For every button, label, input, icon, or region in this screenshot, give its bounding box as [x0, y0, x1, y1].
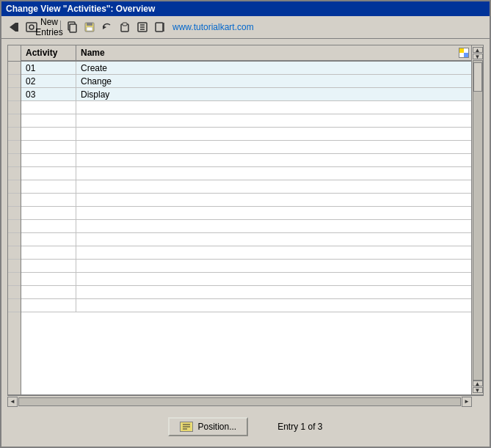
row-selector-10: [8, 180, 21, 194]
svg-rect-5: [70, 24, 76, 32]
row-selector-15: [8, 246, 21, 260]
svg-point-3: [29, 25, 34, 29]
svg-rect-16: [156, 23, 163, 32]
empty-cell: [21, 154, 76, 166]
empty-cell: [21, 167, 76, 180]
empty-cell: [76, 260, 471, 272]
row-selector-18: [8, 286, 21, 299]
table-row: [21, 128, 471, 141]
scroll-down-arrow-bottom[interactable]: ▼: [473, 387, 483, 393]
empty-cell: [21, 273, 76, 285]
row-selector-13: [8, 220, 21, 233]
position-button[interactable]: Position...: [168, 417, 248, 436]
scroll-up-arrow[interactable]: ▲: [473, 47, 483, 53]
table-row: [21, 114, 471, 128]
back-button[interactable]: [6, 19, 22, 35]
cell-name-3: Display: [76, 88, 471, 100]
main-window: Change View "Activities": Overview New E…: [0, 0, 491, 448]
svg-marker-9: [103, 26, 106, 29]
scroll-top-area: ▲ ▼: [473, 45, 483, 60]
empty-cell: [76, 246, 471, 259]
empty-cell: [21, 114, 76, 127]
toolbar: New Entries: [1, 16, 490, 39]
empty-cell: [21, 260, 76, 272]
scroll-up-arrow-bottom[interactable]: ▲: [473, 381, 483, 386]
empty-cell: [21, 180, 76, 193]
empty-cell: [21, 141, 76, 153]
scroll-bottom-area: ▲ ▼: [473, 381, 483, 394]
empty-cell: [76, 180, 471, 193]
row-selector-11: [8, 194, 21, 207]
empty-cell: [76, 286, 471, 298]
title-text: Change View "Activities": Overview: [6, 4, 155, 14]
col-name-header: Name: [76, 45, 471, 60]
table-row: [21, 260, 471, 273]
position-icon: [180, 422, 193, 432]
table-row: [21, 101, 471, 114]
h-scroll-track[interactable]: [18, 397, 461, 406]
table-row[interactable]: 01 Create: [21, 62, 471, 75]
empty-cell: [21, 207, 76, 219]
undo-button[interactable]: [99, 19, 115, 35]
col-activity-header: Activity: [21, 45, 76, 60]
table-row: [21, 233, 471, 246]
scroll-track[interactable]: [473, 60, 483, 381]
new-entries-button[interactable]: New Entries: [41, 19, 57, 35]
table-row[interactable]: 03 Display: [21, 88, 471, 101]
last-button[interactable]: [152, 19, 168, 35]
empty-cell: [21, 220, 76, 232]
row-selector-4: [8, 101, 21, 114]
h-scroll-left-arrow[interactable]: ◄: [7, 397, 18, 407]
scroll-thumb[interactable]: [473, 62, 482, 92]
cell-name-1: Create: [76, 62, 471, 74]
row-selector-7: [8, 141, 21, 154]
h-scroll-right-arrow[interactable]: ►: [462, 397, 472, 407]
row-selector-1[interactable]: [8, 62, 21, 75]
table-container: Activity Name 01 Create 02 Change: [7, 45, 484, 395]
main-content: Activity Name 01 Create 02 Change: [1, 39, 490, 447]
empty-cell: [76, 207, 471, 219]
other-button[interactable]: [134, 19, 150, 35]
svg-rect-11: [123, 23, 127, 26]
empty-cell: [76, 128, 471, 140]
table-row: [21, 154, 471, 167]
table-row: [21, 194, 471, 207]
table-row[interactable]: 02 Change: [21, 75, 471, 88]
empty-cell: [76, 114, 471, 127]
row-selector-5: [8, 114, 21, 128]
row-selector-9: [8, 167, 21, 180]
row-selector-3[interactable]: [8, 88, 21, 101]
svg-rect-8: [87, 27, 92, 31]
horizontal-scrollbar: ◄ ►: [7, 395, 484, 407]
svg-rect-1: [15, 23, 18, 32]
row-selector-6: [8, 128, 21, 141]
save-button[interactable]: [81, 19, 98, 35]
empty-cell: [21, 101, 76, 114]
cell-activity-1: 01: [21, 62, 76, 74]
cell-activity-3: 03: [21, 88, 76, 100]
row-selector-12: [8, 207, 21, 220]
empty-cell: [21, 233, 76, 246]
data-area: Activity Name 01 Create 02 Change: [21, 45, 471, 394]
bottom-bar: Position... Entry 1 of 3: [7, 413, 484, 441]
table-row: [21, 220, 471, 233]
empty-cell: [76, 273, 471, 285]
empty-cell: [76, 101, 471, 114]
row-selector-8: [8, 154, 21, 167]
empty-cell: [21, 299, 76, 312]
table-row: [21, 273, 471, 286]
table-body: 01 Create 02 Change 03 Display: [21, 62, 471, 394]
scroll-down-arrow-top[interactable]: ▼: [473, 54, 483, 59]
copy-button[interactable]: [64, 19, 80, 35]
empty-cell: [76, 167, 471, 180]
row-selector-2[interactable]: [8, 75, 21, 88]
paste-button[interactable]: [117, 19, 133, 35]
title-bar: Change View "Activities": Overview: [1, 1, 490, 16]
empty-cell: [21, 246, 76, 259]
empty-cell: [76, 233, 471, 246]
empty-cell: [21, 286, 76, 298]
table-row: [21, 286, 471, 299]
column-chooser-icon[interactable]: [458, 47, 470, 59]
table-header: Activity Name: [21, 45, 471, 62]
table-row: [21, 180, 471, 194]
